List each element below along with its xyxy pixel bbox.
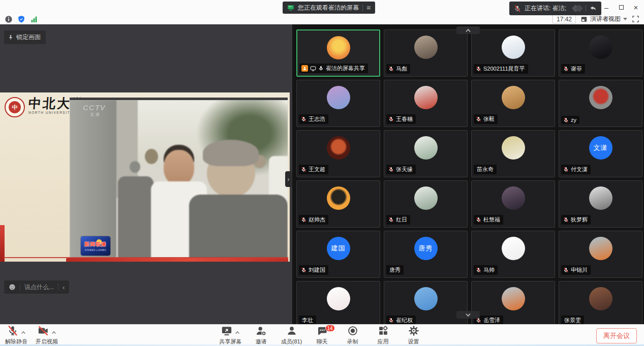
participant-tile[interactable]: 狄梦辉 bbox=[559, 180, 642, 228]
scroll-up-chevron[interactable] bbox=[456, 26, 480, 34]
quick-chat-collapse[interactable]: ‹ bbox=[63, 284, 65, 291]
participant-tile[interactable]: 苗永奇 bbox=[471, 130, 555, 177]
screen-share-green-icon bbox=[287, 4, 294, 11]
participant-name: 李壮 bbox=[302, 317, 313, 324]
mic-muted-icon bbox=[476, 116, 481, 122]
participant-label: 崔洁的屏幕共享 bbox=[299, 64, 368, 73]
toolbar-members-button[interactable]: 成员(81) bbox=[281, 326, 303, 345]
participant-label: 张天缘 bbox=[386, 165, 416, 174]
sharing-monitor-icon bbox=[310, 66, 316, 72]
banner-menu-icon[interactable]: ≡ bbox=[366, 4, 371, 11]
participant-name: 张天缘 bbox=[396, 166, 413, 173]
participant-label: 王春穗 bbox=[386, 114, 416, 124]
participant-tile[interactable]: S2002111晁育平 bbox=[471, 29, 555, 77]
view-mode-selector[interactable]: 演讲者视图 bbox=[580, 15, 627, 23]
participant-tile[interactable]: 张景雯 bbox=[559, 281, 642, 324]
network-signal-icon[interactable] bbox=[30, 15, 38, 23]
toolbar-share-screen-button[interactable]: 共享屏幕 bbox=[220, 326, 242, 345]
participant-name: zy bbox=[571, 117, 576, 123]
participant-tile[interactable]: 申锦川 bbox=[559, 231, 642, 278]
participant-name: S2002111晁育平 bbox=[483, 65, 525, 73]
participant-name: 付文潇 bbox=[571, 166, 588, 173]
meeting-timer: 17:42 bbox=[553, 15, 576, 23]
participant-label: 李壮 bbox=[299, 316, 316, 324]
chevron-up-icon[interactable] bbox=[235, 327, 240, 336]
security-shield-icon[interactable] bbox=[17, 15, 25, 23]
fullscreen-icon[interactable] bbox=[632, 15, 639, 23]
mic-muted-icon bbox=[563, 217, 569, 223]
chevron-up-icon[interactable] bbox=[51, 327, 56, 336]
main-area: 锁定画面 中 中北大学 NORTH UNIVERSITY OF CHINA bbox=[0, 24, 644, 324]
toolbar-invite-button[interactable]: 邀请 bbox=[250, 326, 272, 345]
pin-icon bbox=[8, 35, 14, 41]
participant-tile[interactable]: 谢菲 bbox=[559, 29, 642, 77]
participant-tile[interactable]: 杜慧福 bbox=[471, 180, 555, 228]
participant-tile[interactable]: 岳雪泽 bbox=[471, 281, 555, 324]
participant-label: 付文潇 bbox=[561, 165, 591, 174]
participant-avatar bbox=[327, 287, 350, 310]
participant-tile[interactable]: 张毅 bbox=[471, 80, 555, 127]
participant-name: 狄梦辉 bbox=[571, 216, 588, 224]
toolbar-label: 邀请 bbox=[256, 338, 267, 345]
mic-muted-icon bbox=[388, 167, 394, 172]
mic-muted-icon bbox=[301, 217, 306, 223]
participant-name: 崔洁的屏幕共享 bbox=[326, 65, 365, 72]
mic-muted-icon bbox=[514, 5, 521, 12]
close-button[interactable]: × bbox=[631, 3, 641, 12]
participant-tile[interactable]: 王春穗 bbox=[384, 80, 468, 127]
mic-muted-icon bbox=[301, 267, 306, 273]
participant-avatar: 唐秀 bbox=[414, 237, 438, 260]
emoji-icon[interactable] bbox=[9, 284, 16, 291]
minimize-button[interactable]: – bbox=[601, 3, 611, 12]
participant-tile[interactable]: 唐秀唐秀 bbox=[384, 231, 468, 278]
participant-tile[interactable]: 李壮 bbox=[296, 281, 380, 324]
toolbar-unmute-button[interactable]: 解除静音 bbox=[5, 326, 27, 345]
toolbar-apps-button[interactable]: 应用 bbox=[372, 326, 394, 345]
participant-label: S2002111晁育平 bbox=[474, 64, 528, 74]
participant-tile[interactable]: zy bbox=[559, 80, 642, 127]
participant-panel: 崔洁的屏幕共享马彪S2002111晁育平谢菲王志浩王春穗张毅zy王文超张天缘苗永… bbox=[292, 24, 644, 324]
screen-share-tile[interactable]: 崔洁的屏幕共享 bbox=[296, 29, 380, 77]
quick-chat-bar[interactable]: 说点什么... ‹ bbox=[4, 280, 69, 294]
quick-chat-input[interactable]: 说点什么... bbox=[24, 283, 54, 292]
participant-tile[interactable]: 马帅 bbox=[471, 231, 555, 278]
scroll-down-chevron[interactable] bbox=[456, 311, 480, 319]
lock-view-label: 锁定画面 bbox=[16, 33, 41, 42]
participant-avatar bbox=[502, 86, 525, 109]
info-icon[interactable] bbox=[5, 15, 13, 23]
leave-meeting-button[interactable]: 离开会议 bbox=[596, 328, 637, 343]
participant-tile[interactable]: 赵帅杰 bbox=[296, 180, 380, 228]
participant-tile[interactable]: 王志浩 bbox=[296, 80, 380, 127]
shared-slide: 中 中北大学 NORTH UNIVERSITY OF CHINA bbox=[0, 92, 290, 262]
chevron-up-icon[interactable] bbox=[21, 327, 26, 336]
toolbar-chat-button[interactable]: 14聊天 bbox=[311, 326, 333, 345]
participant-label: 马帅 bbox=[474, 265, 498, 275]
participant-tile[interactable]: 建国刘建国 bbox=[296, 231, 380, 278]
participant-tile[interactable]: 红日 bbox=[384, 180, 468, 228]
speaking-banner: 正在讲话: 崔洁; bbox=[509, 2, 601, 15]
participant-label: 刘建国 bbox=[299, 265, 328, 275]
toolbar-start-video-button[interactable]: 开启视频 bbox=[36, 326, 58, 345]
participant-label: 红日 bbox=[386, 215, 410, 225]
participant-name: 马帅 bbox=[483, 266, 495, 274]
toolbar-record-button[interactable]: 录制 bbox=[342, 326, 364, 345]
participant-label: 赵帅杰 bbox=[299, 215, 328, 225]
participant-tile[interactable]: 张天缘 bbox=[384, 130, 468, 177]
participant-tile[interactable]: 王文超 bbox=[296, 130, 380, 177]
watching-banner-text: 您正在观看崔洁的屏幕 bbox=[298, 4, 359, 12]
maximize-button[interactable] bbox=[616, 3, 626, 12]
panel-expand-handle[interactable]: › bbox=[285, 171, 292, 187]
toolbar-settings-button[interactable]: 设置 bbox=[403, 326, 425, 345]
participant-name: 刘建国 bbox=[309, 266, 325, 274]
settings-icon bbox=[408, 325, 419, 338]
lock-view-button[interactable]: 锁定画面 bbox=[4, 30, 46, 44]
participant-label: 崔纪权 bbox=[386, 316, 416, 324]
participant-name: 王志浩 bbox=[309, 115, 325, 123]
participant-tile[interactable]: 马彪 bbox=[384, 29, 468, 77]
xinwen-lianbo-badge: 新闻联播 XINWEN LIANBO bbox=[81, 236, 110, 256]
participant-label: 狄梦辉 bbox=[561, 215, 591, 225]
slide-red-ribbon bbox=[66, 258, 288, 262]
reply-arrow-icon[interactable] bbox=[590, 5, 597, 12]
participant-tile[interactable]: 文潇付文潇 bbox=[559, 130, 642, 177]
participant-tile[interactable]: 崔纪权 bbox=[384, 281, 468, 324]
